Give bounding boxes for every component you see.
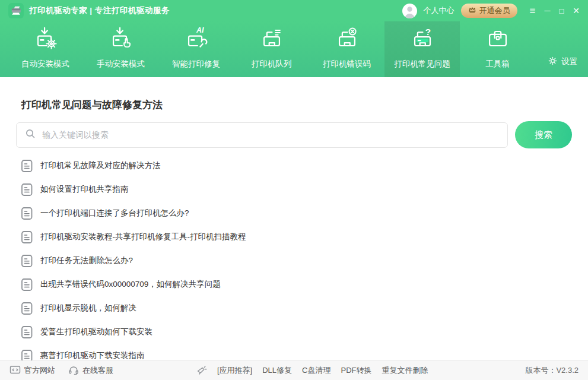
nav-bar: 自动安装模式 手动安装模式 AI 智能打印修复 打印机队列 打印机错误码 ? 打… xyxy=(0,21,588,77)
faq-list-item[interactable]: 如何设置打印机共享指南 xyxy=(0,178,588,201)
faq-list-item[interactable]: 出现共享错误代码0x00000709，如何解决共享问题 xyxy=(0,273,588,296)
app-window: 打印机驱动专家 | 专注打印机驱动服务 个人中心 开通会员 ≡ xyxy=(0,0,588,380)
document-icon xyxy=(21,231,33,243)
faq-list: 打印机常见故障及对应的解决方法 如何设置打印机共享指南 一个打印机端口连接了多台… xyxy=(0,154,588,368)
monitor-icon xyxy=(9,365,21,376)
printer-faq-icon: ? xyxy=(409,25,436,52)
settings-button[interactable]: 设置 xyxy=(548,56,588,77)
search-button[interactable]: 搜索 xyxy=(515,121,572,148)
faq-list-item[interactable]: 爱普生打印机驱动如何下载安装 xyxy=(0,320,588,344)
document-icon xyxy=(21,160,33,172)
user-center-button[interactable]: 个人中心 xyxy=(424,5,454,16)
version-label: 版本号：V2.3.2 xyxy=(525,365,579,376)
document-icon xyxy=(21,207,33,220)
svg-text:AI: AI xyxy=(196,26,204,34)
page-title: 打印机常见问题与故障修复方法 xyxy=(0,77,588,112)
megaphone-icon xyxy=(196,365,207,376)
vip-button-label: 开通会员 xyxy=(479,5,510,16)
nav-tab-manual-install[interactable]: 手动安装模式 xyxy=(83,21,158,77)
nav-tab-printer-faq[interactable]: ? 打印机常见问题 xyxy=(384,21,460,77)
app-title: 打印机驱动专家 | 专注打印机驱动服务 xyxy=(29,5,170,16)
document-icon xyxy=(21,255,33,267)
footer-promo-group: [应用推荐]DLL修复C盘清理PDF转换重复文件删除 xyxy=(196,365,428,376)
nav-tab-toolbox[interactable]: 工具箱 xyxy=(460,21,535,77)
faq-list-item[interactable]: 一个打印机端口连接了多台打印机怎么办? xyxy=(0,201,588,225)
footer-promo-link[interactable]: C盘清理 xyxy=(302,365,330,376)
document-icon xyxy=(21,278,33,291)
headset-icon xyxy=(68,365,79,376)
vip-button[interactable]: 开通会员 xyxy=(461,4,517,18)
titlebar: 打印机驱动专家 | 专注打印机驱动服务 个人中心 开通会员 ≡ xyxy=(0,0,588,21)
gear-icon xyxy=(548,56,558,68)
avatar[interactable] xyxy=(402,4,417,18)
footer-promo-link[interactable]: PDF转换 xyxy=(341,365,371,376)
settings-label: 设置 xyxy=(561,56,577,67)
manual-install-icon xyxy=(107,25,135,52)
nav-tab-printer-error-code[interactable]: 打印机错误码 xyxy=(309,21,384,77)
search-box xyxy=(16,122,508,148)
nav-tab-printer-queue[interactable]: 打印机队列 xyxy=(234,21,309,77)
search-input[interactable] xyxy=(41,129,499,140)
document-icon xyxy=(21,183,33,196)
crown-icon xyxy=(468,6,476,15)
footer-promo-link[interactable]: 重复文件删除 xyxy=(382,365,428,376)
printer-error-code-icon xyxy=(333,25,361,52)
footer-link-官方网站[interactable]: 官方网站 xyxy=(9,365,55,376)
main-content: 打印机常见问题与故障修复方法 搜索 打印机常见故障及对应的解决方法 xyxy=(0,77,588,360)
nav-tab-auto-install[interactable]: 自动安装模式 xyxy=(8,21,83,77)
footer-promo-link[interactable]: DLL修复 xyxy=(262,365,292,376)
search-icon xyxy=(25,128,36,141)
maximize-icon[interactable]: □ xyxy=(559,7,564,15)
close-icon[interactable]: ✕ xyxy=(573,7,580,15)
nav-tab-smart-repair[interactable]: AI 智能打印修复 xyxy=(158,21,234,77)
footer: 官方网站 在线客服 [应用推荐]DLL修复C盘清理PDF转换重复文件删除 版本号… xyxy=(0,360,588,380)
faq-list-item[interactable]: 打印机驱动安装教程-共享打印机修复工具-打印机扫描教程 xyxy=(0,225,588,249)
document-icon xyxy=(21,326,33,338)
faq-list-item[interactable]: 打印任务无法删除怎么办? xyxy=(0,249,588,273)
document-icon xyxy=(21,302,33,315)
menu-icon[interactable]: ≡ xyxy=(530,6,536,16)
faq-list-item[interactable]: 打印机显示脱机，如何解决 xyxy=(0,296,588,320)
toolbox-icon xyxy=(484,25,511,52)
footer-promo-link[interactable]: [应用推荐] xyxy=(217,365,252,376)
minimize-icon[interactable]: ─ xyxy=(544,7,550,15)
auto-install-icon xyxy=(32,25,59,52)
app-logo-icon xyxy=(8,3,24,18)
svg-text:?: ? xyxy=(425,27,430,37)
printer-queue-icon xyxy=(258,25,285,52)
faq-list-item[interactable]: 打印机常见故障及对应的解决方法 xyxy=(0,154,588,178)
smart-repair-icon: AI xyxy=(183,25,210,52)
footer-link-在线客服[interactable]: 在线客服 xyxy=(68,365,113,376)
